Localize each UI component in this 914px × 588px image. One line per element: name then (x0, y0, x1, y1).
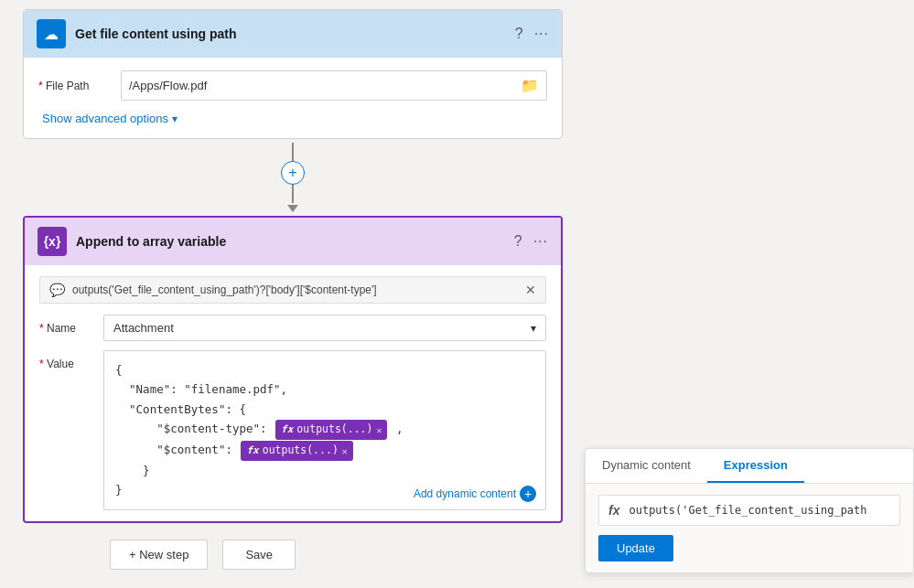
panel-body: fx outputs('Get_file_content_using_path … (586, 484, 913, 572)
value-editor[interactable]: { "Name": "filename.pdf", "ContentBytes"… (103, 350, 546, 510)
get-file-card-title: Get file content using path (75, 27, 506, 41)
code-line-4: } (115, 461, 534, 480)
content-type-key: "$content-type": (156, 422, 266, 435)
chip-1-close[interactable]: ✕ (376, 422, 382, 438)
cloud-icon: ☁ (37, 19, 66, 48)
outputs-chip-1-label: outputs(...) (296, 421, 372, 439)
expression-panel: Dynamic content Expression fx outputs('G… (585, 448, 914, 573)
fx-icon-2: fx (246, 443, 258, 460)
outputs-chip-1[interactable]: fx outputs(...) ✕ (275, 420, 387, 440)
connector-line-bottom (292, 185, 294, 203)
connector-arrow (287, 205, 298, 212)
add-step-button[interactable]: + (281, 161, 305, 185)
help-icon[interactable]: ? (515, 26, 523, 42)
get-file-card: ☁ Get file content using path ? ··· File… (23, 9, 563, 139)
get-file-card-body: File Path /Apps/Flow.pdf 📁 Show advanced… (24, 58, 562, 138)
chevron-down-icon: ▾ (172, 112, 177, 125)
file-path-value: /Apps/Flow.pdf (129, 79, 207, 92)
add-dynamic-plus-icon: + (520, 486, 536, 502)
name-dropdown[interactable]: Attachment ▾ (103, 315, 546, 341)
tab-expression[interactable]: Expression (707, 449, 804, 483)
chip-2-close[interactable]: ✕ (342, 444, 348, 459)
value-field-row: Value { "Name": "filename.pdf", "Content… (39, 350, 546, 510)
purple-card-actions: ? ··· (514, 233, 548, 250)
fx-icon-1: fx (281, 422, 293, 439)
name-field-row: Name Attachment ▾ (39, 315, 546, 341)
code-line-1: { (115, 360, 534, 380)
card-header-actions: ? ··· (515, 26, 549, 42)
purple-help-icon[interactable]: ? (514, 233, 522, 250)
append-array-card-header: {x} Append to array variable ? ··· (25, 218, 561, 265)
purple-card-body: 💬 outputs('Get_file_content_using_path')… (25, 265, 561, 521)
step-connector: + (281, 143, 305, 212)
tag-text: outputs('Get_file_content_using_path')?[… (72, 283, 518, 296)
outputs-chip-2-label: outputs(...) (263, 442, 339, 460)
more-icon[interactable]: ··· (534, 26, 549, 42)
file-path-row: File Path /Apps/Flow.pdf 📁 (38, 70, 547, 101)
append-array-card-title: Append to array variable (76, 234, 505, 249)
update-button[interactable]: Update (598, 535, 673, 561)
add-dynamic-button[interactable]: Add dynamic content + (414, 486, 536, 502)
code-line-content-type: "$content-type": fx outputs(...) ✕ , (115, 419, 534, 440)
append-array-card: {x} Append to array variable ? ··· 💬 out… (23, 216, 563, 523)
bottom-actions: + New step Save (110, 540, 296, 570)
outputs-chip-2[interactable]: fx outputs(...) ✕ (241, 441, 352, 461)
comma-1: , (396, 422, 403, 435)
add-dynamic-label: Add dynamic content (414, 487, 516, 500)
tag-close-button[interactable]: ✕ (525, 283, 536, 297)
name-dropdown-value: Attachment (113, 321, 174, 335)
content-key: "$content": (156, 443, 232, 456)
show-advanced-options[interactable]: Show advanced options ▾ (42, 112, 547, 125)
tag-icon: 💬 (49, 283, 65, 297)
name-dropdown-chevron: ▾ (531, 322, 536, 335)
file-picker-icon[interactable]: 📁 (521, 77, 539, 94)
file-path-input[interactable]: /Apps/Flow.pdf 📁 (121, 70, 547, 101)
name-field-label: Name (39, 322, 94, 335)
expression-value: outputs('Get_file_content_using_path (629, 504, 890, 517)
get-file-card-header: ☁ Get file content using path ? ··· (24, 10, 562, 58)
panel-tabs: Dynamic content Expression (586, 449, 913, 484)
expression-input-row[interactable]: fx outputs('Get_file_content_using_path (598, 495, 900, 526)
save-button[interactable]: Save (222, 540, 296, 570)
file-path-label: File Path (38, 80, 112, 92)
expression-tag-bar: 💬 outputs('Get_file_content_using_path')… (39, 276, 546, 304)
fx-badge: fx (608, 503, 619, 518)
code-line-content: "$content": fx outputs(...) ✕ (115, 440, 534, 461)
code-line-2: "Name": "filename.pdf", (115, 380, 534, 399)
show-advanced-label: Show advanced options (42, 112, 168, 125)
value-field-label: Value (39, 350, 94, 370)
new-step-button[interactable]: + New step (110, 540, 208, 570)
connector-line-top (292, 143, 294, 161)
tab-dynamic-content[interactable]: Dynamic content (586, 449, 707, 483)
code-line-3: "ContentBytes": { (115, 400, 534, 419)
purple-more-icon[interactable]: ··· (533, 233, 548, 250)
variable-icon: {x} (38, 227, 67, 256)
